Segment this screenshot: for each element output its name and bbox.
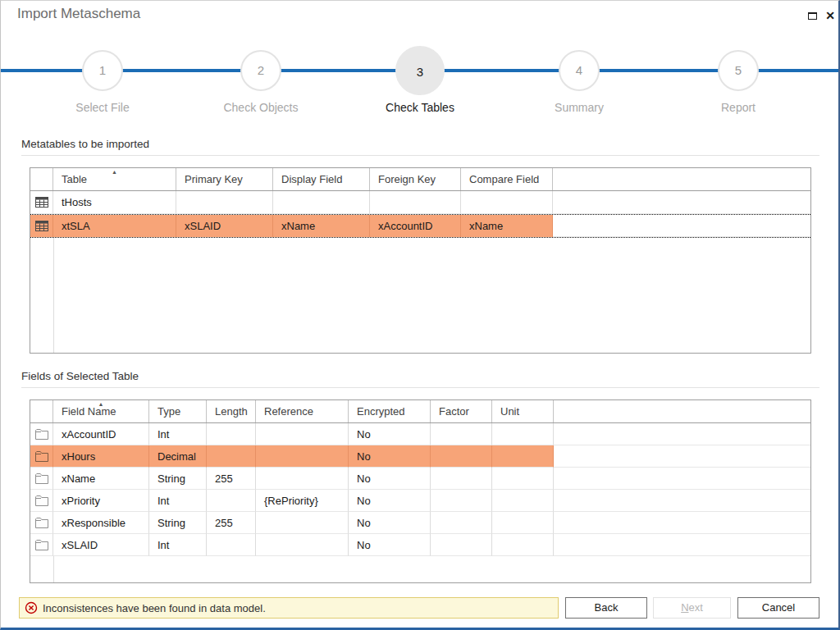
cell-encrypted: No: [349, 423, 431, 445]
column-header-reference[interactable]: Reference: [256, 400, 349, 422]
table-row-selected[interactable]: xtSLA xSLAID xName xAccountID xName: [30, 214, 810, 238]
fields-section-label: Fields of Selected Table: [21, 370, 139, 382]
column-header-type[interactable]: Type: [149, 400, 207, 422]
field-row-selected[interactable]: xHours Decimal No: [30, 445, 810, 468]
folder-icon: [30, 534, 53, 556]
field-row[interactable]: xPriority Int {RePriority} No: [30, 490, 810, 512]
cell-reference: [256, 512, 349, 534]
cell-encrypted: No: [349, 534, 431, 556]
section-divider: [21, 155, 819, 156]
validation-message-bar: Inconsistences have been found in data m…: [19, 597, 559, 619]
metatables-header-row: ▲ Table Primary Key Display Field Foreig…: [30, 168, 810, 191]
cell-type: Decimal: [149, 445, 207, 468]
cell-foreign-key: [370, 191, 461, 214]
column-header-encrypted[interactable]: Encrypted: [349, 400, 431, 422]
cell-compare-field: [461, 191, 553, 214]
column-header-table[interactable]: ▲ Table: [53, 168, 176, 190]
header-icon-column[interactable]: [30, 168, 53, 190]
metatables-grid: ▲ Table Primary Key Display Field Foreig…: [30, 167, 811, 354]
section-divider: [21, 387, 819, 388]
cell-length: 255: [207, 512, 256, 534]
next-button[interactable]: Next: [653, 597, 731, 619]
cell-factor: [431, 534, 492, 556]
step-circle: 1: [82, 50, 123, 91]
cell-type: String: [149, 512, 207, 534]
column-header-filler: [554, 400, 810, 422]
field-row[interactable]: xName String 255 No: [30, 468, 810, 490]
cell-type: String: [149, 468, 207, 490]
cell-display-field: [273, 191, 370, 214]
cell-type: Int: [149, 490, 207, 512]
cell-length: [207, 445, 256, 468]
cell-primary-key: [176, 191, 273, 214]
cell-factor: [431, 445, 492, 468]
metatables-empty-area: [30, 238, 810, 353]
cell-field-name: xAccountID: [53, 423, 149, 445]
cell-reference: [256, 468, 349, 490]
cell-unit: [492, 512, 554, 534]
column-header-unit[interactable]: Unit: [492, 400, 554, 422]
step-circle: 3: [395, 46, 445, 95]
step-label: Check Objects: [195, 101, 326, 114]
sort-ascending-icon: ▲: [98, 401, 104, 407]
step-circle: 4: [559, 50, 600, 91]
column-header-foreign-key[interactable]: Foreign Key: [370, 168, 461, 190]
column-header-display-field[interactable]: Display Field: [273, 168, 370, 190]
cell-reference: [256, 423, 349, 445]
step-circle: 5: [718, 50, 759, 91]
cell-encrypted: No: [349, 445, 431, 468]
cell-field-name: xSLAID: [53, 534, 149, 556]
cell-encrypted: No: [349, 490, 431, 512]
step-circle: 2: [240, 50, 281, 91]
column-header-length[interactable]: Length: [207, 400, 256, 422]
header-icon-column[interactable]: [30, 400, 53, 422]
table-row[interactable]: tHosts: [30, 191, 810, 214]
cell-encrypted: No: [349, 468, 431, 490]
cell-table: tHosts: [53, 191, 176, 214]
import-metaschema-dialog: Import Metaschema ✕ 1 Select File 2 Chec…: [0, 0, 840, 630]
fields-grid: ▲ Field Name Type Length Reference Encry…: [30, 399, 811, 583]
cell-field-name: xHours: [53, 445, 149, 468]
cell-type: Int: [149, 534, 207, 556]
cancel-button[interactable]: Cancel: [737, 597, 819, 619]
cell-factor: [431, 490, 492, 512]
cell-unit: [492, 423, 554, 445]
folder-icon: [30, 512, 53, 534]
cell-length: 255: [207, 468, 256, 490]
column-header-filler: [553, 168, 810, 190]
folder-icon: [30, 468, 53, 490]
cell-reference: [256, 445, 349, 468]
cell-type: Int: [149, 423, 207, 445]
cell-compare-field: xName: [461, 215, 553, 237]
folder-icon: [30, 445, 53, 468]
folder-icon: [30, 423, 53, 445]
step-label: Select File: [37, 101, 168, 114]
cell-primary-key: xSLAID: [176, 215, 273, 237]
cell-factor: [431, 423, 492, 445]
field-row[interactable]: xAccountID Int No: [30, 423, 810, 445]
column-header-compare-field[interactable]: Compare Field: [461, 168, 553, 190]
folder-icon: [30, 490, 53, 512]
field-row[interactable]: xResponsible String 255 No: [30, 512, 810, 534]
column-header-field-name[interactable]: ▲ Field Name: [53, 400, 149, 422]
cell-length: [207, 490, 256, 512]
cell-table: xtSLA: [53, 215, 176, 237]
cell-unit: [492, 445, 554, 468]
back-button[interactable]: Back: [565, 597, 647, 619]
cell-factor: [431, 468, 492, 490]
cell-unit: [492, 534, 554, 556]
table-icon: [30, 215, 53, 237]
cell-encrypted: No: [349, 512, 431, 534]
field-row[interactable]: xSLAID Int No: [30, 534, 810, 556]
fields-header-row: ▲ Field Name Type Length Reference Encry…: [30, 400, 810, 423]
metatables-section-label: Metatables to be imported: [21, 138, 149, 150]
cell-foreign-key: xAccountID: [370, 215, 461, 237]
cell-field-name: xName: [53, 468, 149, 490]
column-header-primary-key[interactable]: Primary Key: [176, 168, 273, 190]
column-header-factor[interactable]: Factor: [431, 400, 492, 422]
cell-reference: {RePriority}: [256, 490, 349, 512]
cell-unit: [492, 490, 554, 512]
error-icon: [25, 601, 38, 614]
sort-ascending-icon: ▲: [112, 169, 117, 175]
cell-length: [207, 423, 256, 445]
